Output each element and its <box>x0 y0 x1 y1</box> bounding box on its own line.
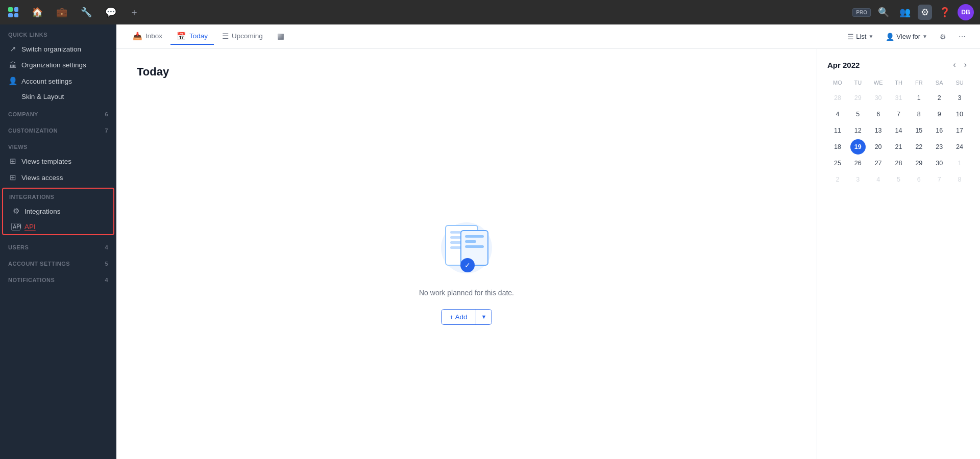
sidebar: QUICK LINKS ↗ Switch organization 🏛 Orga… <box>0 24 116 459</box>
notifications-header: NOTIFICATIONS 4 <box>0 270 116 286</box>
more-button[interactable]: ⋯ <box>954 31 970 43</box>
app-logo[interactable] <box>6 5 20 19</box>
calendar-day[interactable]: 3 <box>850 172 866 187</box>
sidebar-item-skin-layout[interactable]: Skin & Layout <box>0 89 116 104</box>
calendar-day-header: FR <box>909 78 929 90</box>
calendar-day[interactable]: 7 <box>891 107 906 122</box>
calendar-panel: Apr 2022 ‹ › MOTUWETHFRSASU2829303112345… <box>817 49 980 459</box>
calendar-day[interactable]: 14 <box>891 123 906 138</box>
calendar-day[interactable]: 23 <box>932 139 947 155</box>
user-icon: 👤 <box>8 76 17 86</box>
calendar-grid: MOTUWETHFRSASU28293031123456789101112131… <box>827 78 970 188</box>
calendar-prev-button[interactable]: ‹ <box>950 59 959 70</box>
calendar-day[interactable]: 2 <box>830 172 845 187</box>
calendar-day[interactable]: 7 <box>932 172 947 187</box>
calendar-day[interactable]: 19 <box>850 139 866 155</box>
calendar-day[interactable]: 30 <box>871 90 886 106</box>
list-icon: ☰ <box>847 33 854 41</box>
calendar-day[interactable]: 28 <box>891 156 906 171</box>
help-icon[interactable]: ❓ <box>936 5 953 20</box>
today-icon: 📅 <box>177 32 186 41</box>
add-button[interactable]: + Add <box>442 310 476 324</box>
today-title: Today <box>137 65 169 79</box>
settings-button[interactable]: ⚙ <box>936 31 950 43</box>
calendar-day[interactable]: 11 <box>830 123 845 138</box>
calendar-day[interactable]: 31 <box>891 90 906 106</box>
main-layout: QUICK LINKS ↗ Switch organization 🏛 Orga… <box>0 24 980 459</box>
users-icon[interactable]: 👥 <box>896 5 914 20</box>
add-icon[interactable]: ＋ <box>128 4 141 20</box>
calendar-day[interactable]: 8 <box>911 107 926 122</box>
calendar-day[interactable]: 20 <box>871 139 886 155</box>
calendar-day[interactable]: 9 <box>932 107 947 122</box>
calendar-day[interactable]: 16 <box>932 123 947 138</box>
calendar-day[interactable]: 21 <box>891 139 906 155</box>
views-access-icon: ⊞ <box>8 173 17 182</box>
calendar-day[interactable]: 17 <box>952 123 967 138</box>
account-settings-header: ACCOUNT SETTINGS 5 <box>0 253 116 270</box>
calendar-day-header: MO <box>827 78 848 90</box>
calendar-day[interactable]: 26 <box>850 156 866 171</box>
calendar-day[interactable]: 4 <box>871 172 886 187</box>
home-icon[interactable]: 🏠 <box>30 5 45 20</box>
today-panel: Today <box>116 49 817 459</box>
calendar-day[interactable]: 3 <box>952 90 967 106</box>
upcoming-icon: ☰ <box>222 32 229 41</box>
quick-links-header: QUICK LINKS <box>0 24 116 41</box>
calendar-day[interactable]: 18 <box>830 139 845 155</box>
sidebar-item-views-templates[interactable]: ⊞ Views templates <box>0 153 116 169</box>
calendar-day[interactable]: 5 <box>850 107 866 122</box>
calendar-day[interactable]: 29 <box>850 90 866 106</box>
view-for-button[interactable]: 👤 View for ▼ <box>881 31 932 43</box>
calendar-day[interactable]: 24 <box>952 139 967 155</box>
calendar-day[interactable]: 22 <box>911 139 926 155</box>
list-view-button[interactable]: ☰ List ▼ <box>843 31 877 43</box>
calendar-day[interactable]: 13 <box>871 123 886 138</box>
calendar-day[interactable]: 30 <box>932 156 947 171</box>
chat-icon[interactable]: 💬 <box>103 5 118 20</box>
main-content: Today <box>116 49 980 459</box>
search-icon[interactable]: 🔍 <box>875 5 892 20</box>
company-header: COMPANY 6 <box>0 104 116 120</box>
avatar[interactable]: DB <box>958 4 974 20</box>
calendar-day-header: TU <box>848 78 868 90</box>
calendar-day[interactable]: 15 <box>911 123 926 138</box>
api-icon: API <box>11 223 20 231</box>
calendar-day[interactable]: 12 <box>850 123 866 138</box>
tools-icon[interactable]: 🔧 <box>79 5 94 20</box>
pro-badge: PRO <box>852 8 871 17</box>
building-icon: 🏛 <box>8 61 17 69</box>
sidebar-item-views-access[interactable]: ⊞ Views access <box>0 169 116 186</box>
calendar-day[interactable]: 29 <box>911 156 926 171</box>
customization-header: CUSTOMIZATION 7 <box>0 120 116 137</box>
sidebar-item-integrations[interactable]: ⚙ Integrations <box>3 203 113 219</box>
calendar-day[interactable]: 6 <box>871 107 886 122</box>
user-view-icon: 👤 <box>886 33 894 41</box>
calendar-day[interactable]: 2 <box>932 90 947 106</box>
calendar-day[interactable]: 4 <box>830 107 845 122</box>
calendar-day[interactable]: 25 <box>830 156 845 171</box>
calendar-next-button[interactable]: › <box>961 59 970 70</box>
calendar-day[interactable]: 5 <box>891 172 906 187</box>
calendar-day[interactable]: 10 <box>952 107 967 122</box>
calendar-day[interactable]: 27 <box>871 156 886 171</box>
calendar-day[interactable]: 28 <box>830 90 845 106</box>
tab-inbox[interactable]: 📥 Inbox <box>127 29 168 45</box>
gear-icon[interactable]: ⚙ <box>918 5 932 20</box>
sidebar-item-switch-org[interactable]: ↗ Switch organization <box>0 41 116 57</box>
tab-calendar[interactable]: ▦ <box>271 29 290 45</box>
content-area: 📥 Inbox 📅 Today ☰ Upcoming ▦ ☰ L <box>116 24 980 459</box>
calendar-day[interactable]: 8 <box>952 172 967 187</box>
calendar-day[interactable]: 1 <box>952 156 967 171</box>
sidebar-item-org-settings[interactable]: 🏛 Organization settings <box>0 57 116 73</box>
briefcase-icon[interactable]: 💼 <box>54 5 69 20</box>
tab-upcoming[interactable]: ☰ Upcoming <box>216 29 269 45</box>
sidebar-item-account-settings[interactable]: 👤 Account settings <box>0 73 116 89</box>
check-icon: ✓ <box>460 258 475 272</box>
calendar-day[interactable]: 6 <box>911 172 926 187</box>
add-dropdown-button[interactable]: ▼ <box>476 310 492 324</box>
calendar-nav: ‹ › <box>950 59 970 70</box>
tab-today[interactable]: 📅 Today <box>170 29 214 45</box>
sidebar-item-api[interactable]: API API <box>3 219 113 234</box>
calendar-day[interactable]: 1 <box>911 90 926 106</box>
